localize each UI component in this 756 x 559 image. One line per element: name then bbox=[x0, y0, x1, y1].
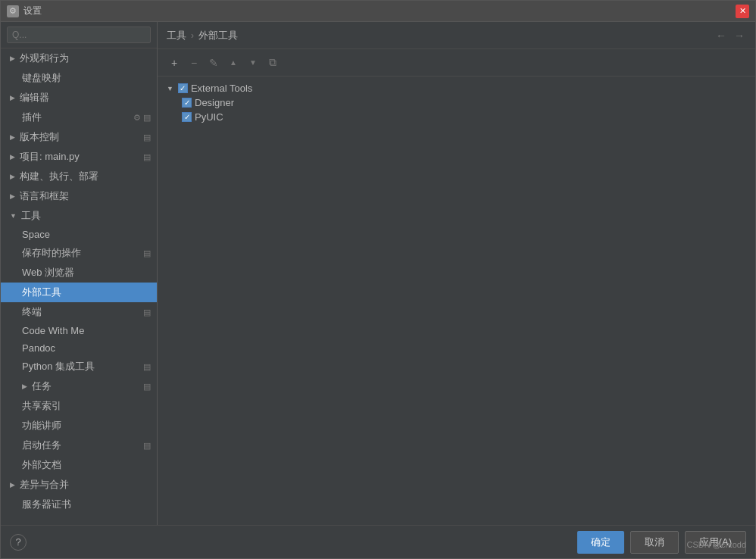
breadcrumb-part1: 工具 bbox=[167, 29, 186, 42]
pyuic-checkbox[interactable]: ✓ bbox=[182, 112, 192, 122]
search-input[interactable] bbox=[7, 27, 151, 43]
tree-item-designer[interactable]: ✓ Designer bbox=[164, 95, 749, 110]
add-button[interactable]: + bbox=[165, 54, 183, 72]
sidebar-item-pandoc[interactable]: Pandoc bbox=[1, 339, 157, 357]
sidebar-item-python-integrated[interactable]: Python 集成工具 ▤ bbox=[1, 357, 157, 376]
sidebar-item-save-actions[interactable]: 保存时的操作 ▤ bbox=[1, 243, 157, 263]
chevron-right-icon: ▶ bbox=[10, 94, 15, 101]
settings-icon: ▤ bbox=[143, 248, 151, 258]
tree-item-label: PyUIC bbox=[195, 111, 223, 123]
tree-item-label: External Tools bbox=[191, 83, 252, 94]
bottom-bar: ? 确定 取消 应用(A) bbox=[1, 525, 755, 558]
external-tools-checkbox[interactable]: ✓ bbox=[178, 83, 188, 93]
footer-buttons: 确定 取消 应用(A) bbox=[577, 531, 746, 554]
breadcrumb-part2: 外部工具 bbox=[198, 29, 238, 42]
chevron-right-icon: ▶ bbox=[10, 133, 15, 141]
settings-icon: ⚙ ▤ bbox=[133, 113, 151, 123]
sidebar-item-feature-trainer[interactable]: 功能讲师 bbox=[1, 416, 157, 436]
settings-icon: ▤ bbox=[143, 382, 151, 392]
sidebar-item-code-with-me[interactable]: Code With Me bbox=[1, 322, 157, 339]
chevron-down-icon: ▼ bbox=[10, 212, 17, 220]
toolbar: + − ✎ ▲ ▼ ⧉ bbox=[158, 49, 755, 77]
close-button[interactable]: ✕ bbox=[736, 5, 749, 18]
tree-area: ▼ ✓ External Tools ✓ Designer ✓ PyUIC bbox=[158, 77, 755, 525]
breadcrumb-separator: › bbox=[191, 30, 194, 41]
copy-button[interactable]: ⧉ bbox=[264, 54, 282, 72]
tree-expand-icon: ▼ bbox=[167, 85, 173, 92]
apply-button[interactable]: 应用(A) bbox=[685, 531, 746, 554]
breadcrumb-bar: 工具 › 外部工具 ← → bbox=[158, 22, 755, 49]
sidebar-item-diff-merge[interactable]: ▶ 差异与合并 bbox=[1, 475, 157, 495]
settings-icon: ▤ bbox=[143, 152, 151, 162]
settings-icon: ▤ bbox=[143, 133, 151, 142]
chevron-right-icon: ▶ bbox=[10, 192, 15, 200]
designer-checkbox[interactable]: ✓ bbox=[182, 98, 192, 108]
move-down-button[interactable]: ▼ bbox=[244, 54, 262, 72]
sidebar-item-startup-tasks[interactable]: 启动任务 ▤ bbox=[1, 436, 157, 455]
tree-item-external-tools-group[interactable]: ▼ ✓ External Tools bbox=[164, 81, 749, 95]
ok-button[interactable]: 确定 bbox=[577, 531, 624, 554]
window-controls: ✕ bbox=[736, 5, 749, 18]
window-icon: ⚙ bbox=[7, 5, 19, 17]
sidebar-item-terminal[interactable]: 终端 ▤ bbox=[1, 302, 157, 322]
search-box bbox=[1, 22, 157, 48]
sidebar-item-tasks[interactable]: ▶ 任务 ▤ bbox=[1, 376, 157, 396]
sidebar-item-project[interactable]: ▶ 项目: main.py ▤ bbox=[1, 147, 157, 167]
sidebar-item-build[interactable]: ▶ 构建、执行、部署 bbox=[1, 167, 157, 186]
settings-icon: ▤ bbox=[143, 441, 151, 451]
sidebar-item-external-tools[interactable]: 外部工具 bbox=[1, 283, 157, 302]
chevron-right-icon: ▶ bbox=[10, 153, 15, 161]
tree-item-pyuic[interactable]: ✓ PyUIC bbox=[164, 110, 749, 124]
settings-icon: ▤ bbox=[143, 308, 151, 317]
remove-button[interactable]: − bbox=[185, 54, 203, 72]
nav-back-button[interactable]: ← bbox=[714, 30, 728, 42]
chevron-right-icon: ▶ bbox=[10, 55, 15, 62]
sidebar-item-space[interactable]: Space bbox=[1, 226, 157, 243]
main-content: ▶ 外观和行为 键盘映射 ▶ 编辑器 插件 ⚙ ▤ ▶ 版本控制 ▤ bbox=[1, 22, 755, 525]
sidebar-item-lang[interactable]: ▶ 语言和框架 bbox=[1, 186, 157, 206]
sidebar-item-shared-index[interactable]: 共享索引 bbox=[1, 396, 157, 416]
sidebar: ▶ 外观和行为 键盘映射 ▶ 编辑器 插件 ⚙ ▤ ▶ 版本控制 ▤ bbox=[1, 22, 158, 525]
chevron-right-icon: ▶ bbox=[10, 481, 15, 489]
title-bar: ⚙ 设置 ✕ bbox=[1, 1, 755, 22]
sidebar-item-web-browser[interactable]: Web 浏览器 bbox=[1, 263, 157, 283]
right-panel: 工具 › 外部工具 ← → + − ✎ ▲ ▼ ⧉ bbox=[158, 22, 755, 525]
sidebar-item-tools[interactable]: ▼ 工具 bbox=[1, 206, 157, 226]
window-title: 设置 bbox=[23, 5, 736, 17]
help-button[interactable]: ? bbox=[10, 534, 27, 551]
sidebar-item-vcs[interactable]: ▶ 版本控制 ▤ bbox=[1, 127, 157, 147]
edit-button[interactable]: ✎ bbox=[205, 54, 223, 72]
tree-item-label: Designer bbox=[195, 97, 234, 108]
sidebar-item-editor[interactable]: ▶ 编辑器 bbox=[1, 88, 157, 108]
sidebar-item-external-docs[interactable]: 外部文档 bbox=[1, 455, 157, 475]
chevron-right-icon: ▶ bbox=[22, 383, 27, 390]
move-up-button[interactable]: ▲ bbox=[224, 54, 242, 72]
sidebar-item-keymap[interactable]: 键盘映射 bbox=[1, 68, 157, 88]
nav-arrows: ← → bbox=[714, 30, 746, 42]
sidebar-item-appearance[interactable]: ▶ 外观和行为 bbox=[1, 48, 157, 68]
settings-icon: ▤ bbox=[143, 362, 151, 372]
nav-forward-button[interactable]: → bbox=[733, 30, 746, 42]
chevron-right-icon: ▶ bbox=[10, 173, 15, 180]
sidebar-item-plugins[interactable]: 插件 ⚙ ▤ bbox=[1, 108, 157, 127]
settings-window: ⚙ 设置 ✕ ▶ 外观和行为 键盘映射 ▶ 编辑器 插件 bbox=[0, 0, 756, 559]
sidebar-item-server-cert[interactable]: 服务器证书 bbox=[1, 495, 157, 514]
cancel-button[interactable]: 取消 bbox=[630, 531, 679, 554]
